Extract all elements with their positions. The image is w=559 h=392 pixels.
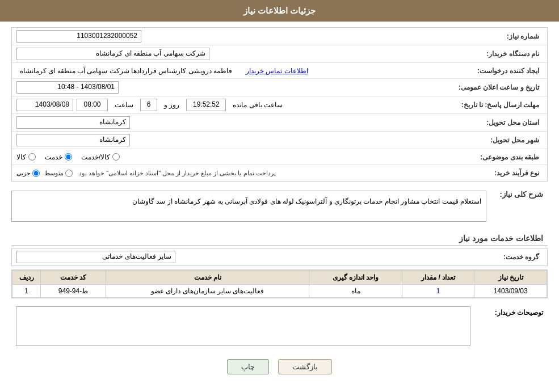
page-header: جزئیات اطلاعات نیاز xyxy=(0,0,559,22)
category-kala-khadamat-option[interactable]: کالا/خدمت xyxy=(81,153,120,161)
col-header-6: ردیف xyxy=(12,271,41,285)
buyer-desc-row: توصیحات خریدار: xyxy=(11,303,548,351)
deadline-label: مهلت ارسال پاسخ: تا تاریخ: xyxy=(461,101,543,109)
category-label: طبقه بندی موضوعی: xyxy=(463,153,543,161)
buyer-desc-textarea[interactable] xyxy=(16,306,470,346)
process-motovaset-option[interactable]: متوسط xyxy=(44,170,73,177)
need-number-value: 1103001232000052 xyxy=(16,30,141,43)
days-label: روز و xyxy=(161,100,183,110)
buyer-org-row: نام دستگاه خریدار: شرکت سهامی آب منطقه ا… xyxy=(12,45,547,63)
buyer-desc-area xyxy=(16,306,470,348)
deadline-days-value: 6 xyxy=(140,99,157,111)
need-desc-value: استعلام قیمت انتخاب مشاور انجام خدمات بر… xyxy=(11,191,486,222)
deadline-time-value: 08:00 xyxy=(77,99,108,111)
city-label: شهر محل تحویل: xyxy=(463,136,543,144)
process-jozi-label: جزیی xyxy=(16,170,31,177)
city-row: شهر محل تحویل: کرمانشاه xyxy=(12,132,547,149)
need-desc-section: شرح کلی نیاز: استعلام قیمت انتخاب مشاور … xyxy=(11,187,548,225)
creator-label: ایجاد کننده درخواست: xyxy=(463,67,543,75)
back-button[interactable]: بازگشت xyxy=(278,359,332,374)
table-cell: ط-94-949 xyxy=(41,285,106,298)
time-label: ساعت xyxy=(111,100,137,110)
table-cell: 1 xyxy=(402,285,474,298)
service-group-label: گروه خدمت: xyxy=(463,253,543,261)
col-header-5: کد خدمت xyxy=(41,271,106,285)
process-note: پرداخت تمام یا بخشی از مبلغ خریدار از مح… xyxy=(77,170,276,177)
buyer-org-value: شرکت سهامی آب منطقه ای کرمانشاه xyxy=(16,48,209,60)
table-row: 1403/09/031ماهفعالیت‌های سایر سازمان‌های… xyxy=(12,285,547,298)
table-cell: فعالیت‌های سایر سازمان‌های دارای عضو xyxy=(106,285,309,298)
deadline-date-value: 1403/08/08 xyxy=(16,99,73,111)
buyer-desc-label: توصیحات خریدار: xyxy=(475,306,543,317)
category-khadamat-label: خدمت xyxy=(45,153,62,161)
table-cell: ماه xyxy=(309,285,402,298)
col-header-4: نام خدمت xyxy=(106,271,309,285)
process-jozi-radio[interactable] xyxy=(32,170,40,177)
city-value: کرمانشاه xyxy=(16,134,130,146)
print-button[interactable]: چاپ xyxy=(227,359,269,374)
announce-date-row: تاریخ و ساعت اعلان عمومی: 1403/08/01 - 1… xyxy=(12,79,547,96)
need-number-label: شماره نیاز: xyxy=(463,32,543,40)
announce-date-label: تاریخ و ساعت اعلان عمومی: xyxy=(459,83,543,91)
col-header-1: تاریخ نیاز xyxy=(474,271,547,285)
main-info-section: شماره نیاز: 1103001232000052 نام دستگاه … xyxy=(11,27,548,182)
province-value: کرمانشاه xyxy=(16,116,130,129)
need-number-row: شماره نیاز: 1103001232000052 xyxy=(12,28,547,45)
need-desc-label: شرح کلی نیاز: xyxy=(491,187,548,201)
page-title: جزئیات اطلاعات نیاز xyxy=(243,6,316,15)
buttons-row: بازگشت چاپ xyxy=(11,359,548,374)
category-kala-label: کالا xyxy=(16,153,26,161)
table-cell: 1403/09/03 xyxy=(474,285,547,298)
category-khadamat-option[interactable]: خدمت xyxy=(45,153,72,161)
process-row: نوع فرآیند خرید: پرداخت تمام یا بخشی از … xyxy=(12,165,547,181)
process-label: نوع فرآیند خرید: xyxy=(463,169,543,177)
service-group-value: سایر فعالیت‌های خدماتی xyxy=(16,251,175,263)
col-header-3: واحد اندازه گیری xyxy=(309,271,402,285)
process-jozi-option[interactable]: جزیی xyxy=(16,170,40,177)
buyer-org-label: نام دستگاه خریدار: xyxy=(463,50,543,58)
services-table: تاریخ نیاز تعداد / مقدار واحد اندازه گیر… xyxy=(12,270,547,298)
remaining-label: ساعت باقی مانده xyxy=(229,100,286,110)
category-kala-khadamat-radio[interactable] xyxy=(112,153,120,161)
service-info-title: اطلاعات خدمات مورد نیاز xyxy=(11,231,548,246)
deadline-remaining-value: 19:52:52 xyxy=(186,99,226,111)
contact-link[interactable]: اطلاعات تماس خریدار xyxy=(246,67,308,75)
category-kala-radio[interactable] xyxy=(28,153,36,161)
category-row: طبقه بندی موضوعی: کالا/خدمت خدمت کالا xyxy=(12,149,547,165)
announce-date-value: 1403/08/01 - 10:48 xyxy=(16,81,119,94)
service-group-row: گروه خدمت: سایر فعالیت‌های خدماتی xyxy=(11,248,548,266)
province-row: استان محل تحویل: کرمانشاه xyxy=(12,114,547,132)
col-header-2: تعداد / مقدار xyxy=(402,271,474,285)
category-khadamat-radio[interactable] xyxy=(65,153,72,161)
process-motovaset-radio[interactable] xyxy=(65,170,73,177)
creator-value: فاطمه درویشی کارشناس قراردادها شرکت سهام… xyxy=(16,66,236,76)
province-label: استان محل تحویل: xyxy=(463,119,543,127)
category-kala-khadamat-label: کالا/خدمت xyxy=(81,153,110,161)
creator-row: ایجاد کننده درخواست: اطلاعات تماس خریدار… xyxy=(12,63,547,79)
table-cell: 1 xyxy=(12,285,41,298)
process-motovaset-label: متوسط xyxy=(44,170,64,177)
services-table-container: تاریخ نیاز تعداد / مقدار واحد اندازه گیر… xyxy=(11,269,548,298)
category-kala-option[interactable]: کالا xyxy=(16,153,36,161)
deadline-row: مهلت ارسال پاسخ: تا تاریخ: ساعت باقی مان… xyxy=(12,96,547,114)
